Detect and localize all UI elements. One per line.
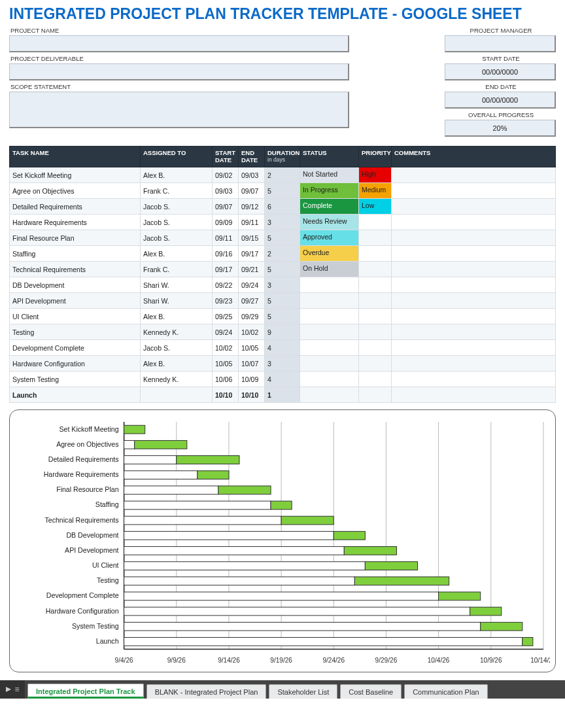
sheet-tab[interactable]: Communication Plan [404, 684, 488, 699]
svg-rect-53 [124, 592, 439, 600]
svg-text:Agree on Objectives: Agree on Objectives [56, 440, 118, 448]
table-row[interactable]: Detailed RequirementsJacob S.09/0709/126… [10, 199, 556, 215]
table-row[interactable]: Launch10/1010/101 [10, 387, 556, 403]
svg-text:Final Resource Plan: Final Resource Plan [56, 485, 118, 493]
svg-text:Testing: Testing [97, 576, 119, 584]
tabs-menu-icon[interactable]: ≡ [14, 685, 19, 694]
scope-statement-input[interactable] [9, 92, 349, 128]
tabs-left-controls: ≡ [0, 680, 25, 699]
svg-text:DB Development: DB Development [66, 531, 118, 539]
svg-text:9/29/26: 9/29/26 [375, 657, 398, 664]
th-start: START DATE [213, 147, 239, 167]
svg-rect-42 [334, 531, 365, 540]
svg-text:API Development: API Development [65, 546, 118, 554]
svg-text:UI Client: UI Client [92, 561, 119, 569]
th-assigned: ASSIGNED TO [141, 147, 213, 167]
svg-text:Staffing: Staffing [95, 500, 119, 508]
sheet-tab[interactable]: Integrated Project Plan Track [27, 684, 144, 699]
overall-progress-label: OVERALL PROGRESS [445, 111, 556, 118]
sheet-tab[interactable]: BLANK - Integrated Project Plan [146, 684, 267, 699]
start-date-label: START DATE [445, 55, 556, 62]
header-fields: PROJECT NAME PROJECT DELIVERABLE SCOPE S… [9, 27, 556, 139]
project-name-input[interactable] [9, 35, 349, 52]
svg-rect-47 [124, 562, 366, 570]
gantt-chart: 9/4/269/9/269/14/269/19/269/24/269/29/26… [9, 409, 556, 672]
project-deliverable-label: PROJECT DELIVERABLE [9, 55, 349, 62]
svg-rect-33 [218, 486, 271, 494]
svg-text:9/14/26: 9/14/26 [218, 657, 240, 664]
svg-rect-24 [135, 440, 187, 449]
svg-marker-64 [6, 687, 11, 692]
svg-text:10/9/26: 10/9/26 [480, 657, 502, 664]
table-row[interactable]: Agree on ObjectivesFrank C.09/0309/075In… [10, 183, 556, 199]
svg-rect-56 [124, 607, 470, 615]
table-row[interactable]: Hardware ConfigurationAlex B.10/0510/073 [10, 356, 556, 372]
project-name-label: PROJECT NAME [9, 27, 349, 34]
svg-rect-51 [354, 577, 449, 585]
svg-text:Development Complete: Development Complete [46, 591, 119, 599]
svg-rect-21 [124, 425, 145, 434]
th-end: END DATE [239, 147, 265, 167]
sheet-tab[interactable]: Cost Baseline [340, 684, 402, 699]
project-deliverable-input[interactable] [9, 63, 349, 80]
svg-rect-35 [124, 501, 271, 510]
svg-rect-30 [197, 471, 229, 479]
table-row[interactable]: Final Resource PlanJacob S.09/1109/155Ap… [10, 230, 556, 246]
table-row[interactable]: TestingKennedy K.09/2410/029 [10, 324, 556, 340]
table-row[interactable]: DB DevelopmentShari W.09/2209/243 [10, 277, 556, 293]
svg-text:Hardware Configuration: Hardware Configuration [46, 607, 119, 615]
end-date-value[interactable]: 00/00/0000 [445, 92, 556, 109]
task-table: TASK NAME ASSIGNED TO START DATE END DAT… [9, 146, 556, 403]
th-duration: DURATIONin days [265, 147, 300, 167]
svg-rect-36 [271, 501, 292, 510]
svg-rect-38 [124, 516, 281, 525]
table-row[interactable]: Technical RequirementsFrank C.09/1709/21… [10, 262, 556, 277]
sheet-tabs-bar: ≡ Integrated Project Plan TrackBLANK - I… [0, 680, 565, 699]
svg-rect-23 [124, 440, 135, 449]
scope-statement-label: SCOPE STATEMENT [9, 83, 349, 90]
table-row[interactable]: Development CompleteJacob S.10/0210/054 [10, 340, 556, 356]
overall-progress-value: 20% [445, 120, 556, 137]
svg-rect-62 [124, 638, 522, 646]
svg-text:Technical Requirements: Technical Requirements [44, 516, 118, 524]
svg-text:10/4/26: 10/4/26 [428, 657, 450, 664]
table-row[interactable]: API DevelopmentShari W.09/2309/275 [10, 293, 556, 309]
svg-rect-32 [124, 486, 218, 494]
table-row[interactable]: StaffingAlex B.09/1609/172Overdue [10, 246, 556, 262]
project-manager-input[interactable] [445, 35, 556, 52]
svg-rect-41 [124, 531, 334, 540]
table-row[interactable]: Set Kickoff MeetingAlex B.09/0209/032Not… [10, 167, 556, 183]
svg-rect-45 [344, 547, 396, 555]
svg-text:Launch: Launch [96, 637, 119, 645]
svg-rect-57 [470, 607, 502, 615]
svg-text:9/24/26: 9/24/26 [322, 657, 345, 664]
svg-rect-59 [124, 622, 481, 631]
svg-text:Set Kickoff Meeting: Set Kickoff Meeting [59, 425, 118, 433]
svg-text:Detailed Requirements: Detailed Requirements [48, 455, 119, 463]
project-manager-label: PROJECT MANAGER [445, 27, 556, 34]
svg-rect-26 [124, 456, 177, 464]
svg-text:System Testing: System Testing [72, 622, 119, 630]
table-row[interactable]: System TestingKennedy K.10/0610/094 [10, 372, 556, 387]
svg-rect-63 [522, 638, 533, 646]
svg-rect-60 [481, 622, 522, 631]
th-comments: COMMENTS [392, 147, 556, 167]
svg-rect-39 [281, 516, 334, 525]
table-row[interactable]: UI ClientAlex B.09/2509/295 [10, 309, 556, 324]
table-row[interactable]: Hardware RequirementsJacob S.09/0909/113… [10, 215, 556, 230]
play-icon[interactable] [5, 686, 12, 693]
svg-text:9/9/26: 9/9/26 [167, 657, 186, 664]
svg-text:9/19/26: 9/19/26 [270, 657, 292, 664]
page-title: INTEGRATED PROJECT PLAN TRACKER TEMPLATE… [9, 5, 556, 23]
svg-rect-48 [365, 562, 417, 570]
svg-rect-29 [124, 471, 197, 479]
start-date-value[interactable]: 00/00/0000 [445, 63, 556, 80]
svg-text:10/14/26: 10/14/26 [530, 657, 550, 664]
svg-rect-44 [124, 547, 345, 555]
svg-rect-54 [439, 592, 481, 600]
svg-rect-27 [177, 456, 239, 464]
sheet-tab[interactable]: Stakeholder List [269, 684, 337, 699]
th-status: STATUS [300, 147, 359, 167]
svg-text:Hardware Requirements: Hardware Requirements [44, 470, 119, 478]
th-task: TASK NAME [10, 147, 141, 167]
